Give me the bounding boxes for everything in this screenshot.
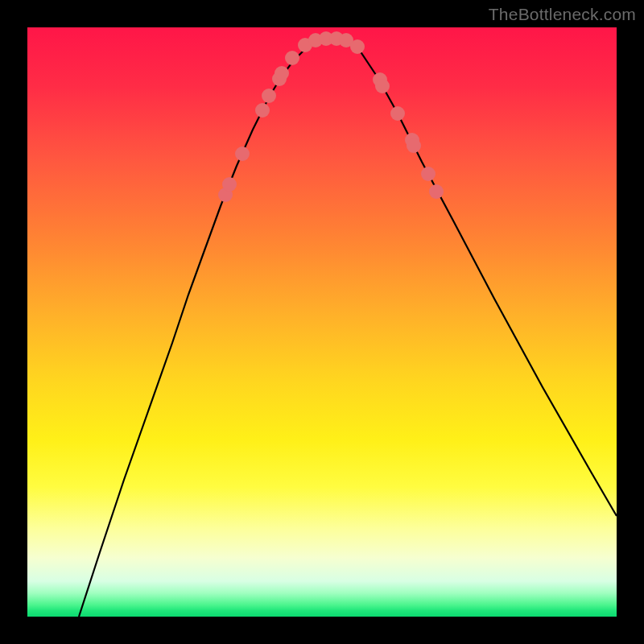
curve-marker: [285, 51, 299, 65]
curve-marker: [350, 39, 365, 54]
chart-frame: [27, 27, 617, 617]
curve-marker: [255, 103, 270, 118]
curve-marker: [262, 89, 276, 103]
chart-svg: [27, 27, 617, 617]
curve-marker: [375, 79, 390, 93]
watermark-text: TheBottleneck.com: [489, 5, 636, 24]
bottleneck-curve: [79, 39, 617, 617]
curve-marker: [222, 177, 237, 192]
marker-group: [218, 31, 444, 202]
curve-marker: [407, 138, 421, 153]
curve-marker: [390, 106, 405, 121]
curve-marker: [421, 167, 436, 181]
curve-marker: [235, 147, 250, 161]
curve-marker: [275, 66, 289, 80]
curve-marker: [429, 184, 444, 199]
